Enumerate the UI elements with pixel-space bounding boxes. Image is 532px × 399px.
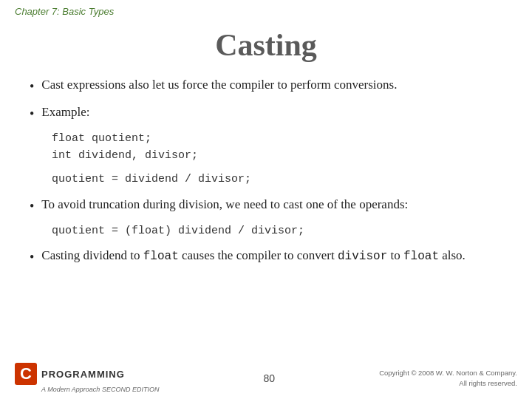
slide-content: • Cast expressions also let us force the… <box>0 76 532 267</box>
code-line-4: quotient = (float) dividend / divisor; <box>52 223 502 240</box>
bullet-text-4: Casting dividend to float causes the com… <box>41 247 502 265</box>
logo-subtitle: A Modern Approach SECOND EDITION <box>41 386 159 393</box>
bullet4-part2: causes the compiler to convert <box>179 248 338 262</box>
bullet-item-2: • Example: <box>30 103 502 123</box>
bullet4-part4: also. <box>439 248 466 262</box>
bullet-dot-1: • <box>30 77 34 96</box>
logo-c-letter: C <box>15 363 37 385</box>
footer-copyright: Copyright © 2008 W. W. Norton & Company.… <box>379 368 517 388</box>
bullet-item-1: • Cast expressions also let us force the… <box>30 76 502 96</box>
footer-logo: C PROGRAMMING A Modern Approach SECOND E… <box>15 363 159 393</box>
bullet-dot-4: • <box>30 248 34 267</box>
slide-footer: C PROGRAMMING A Modern Approach SECOND E… <box>0 357 532 399</box>
bullet-text-3: To avoid truncation during division, we … <box>41 196 502 214</box>
code-line-1: float quotient; <box>52 131 502 148</box>
chapter-header: Chapter 7: Basic Types <box>0 0 532 20</box>
bullet-text-1: Cast expressions also let us force the c… <box>41 76 502 95</box>
bullet-text-2: Example: <box>41 103 502 122</box>
bullet4-part1: Casting dividend to <box>41 248 143 262</box>
footer-page-number: 80 <box>159 372 379 384</box>
code-block-3: quotient = (float) dividend / divisor; <box>52 223 502 240</box>
slide: Chapter 7: Basic Types Casting • Cast ex… <box>0 0 532 399</box>
bullet-item-3: • To avoid truncation during division, w… <box>30 196 502 216</box>
code-block-2: quotient = dividend / divisor; <box>52 171 502 188</box>
bullet-dot-3: • <box>30 197 34 216</box>
slide-title: Casting <box>0 20 532 76</box>
code-block-1: float quotient; int dividend, divisor; <box>52 131 502 164</box>
code-line-3: quotient = dividend / divisor; <box>52 171 502 188</box>
bullet-item-4: • Casting dividend to float causes the c… <box>30 247 502 267</box>
bullet4-code3: float <box>403 250 439 263</box>
copyright-line2: All rights reserved. <box>459 379 517 387</box>
bullet4-code2: divisor <box>338 250 387 263</box>
chapter-title: Chapter 7: Basic Types <box>15 6 114 17</box>
bullet4-part3: to <box>387 248 403 262</box>
logo-programming-text: PROGRAMMING <box>41 369 125 380</box>
bullet4-code1: float <box>143 250 179 263</box>
copyright-line1: Copyright © 2008 W. W. Norton & Company. <box>379 369 517 377</box>
code-line-2: int dividend, divisor; <box>52 148 502 165</box>
bullet-dot-2: • <box>30 104 34 123</box>
logo-top: C PROGRAMMING <box>15 363 125 385</box>
